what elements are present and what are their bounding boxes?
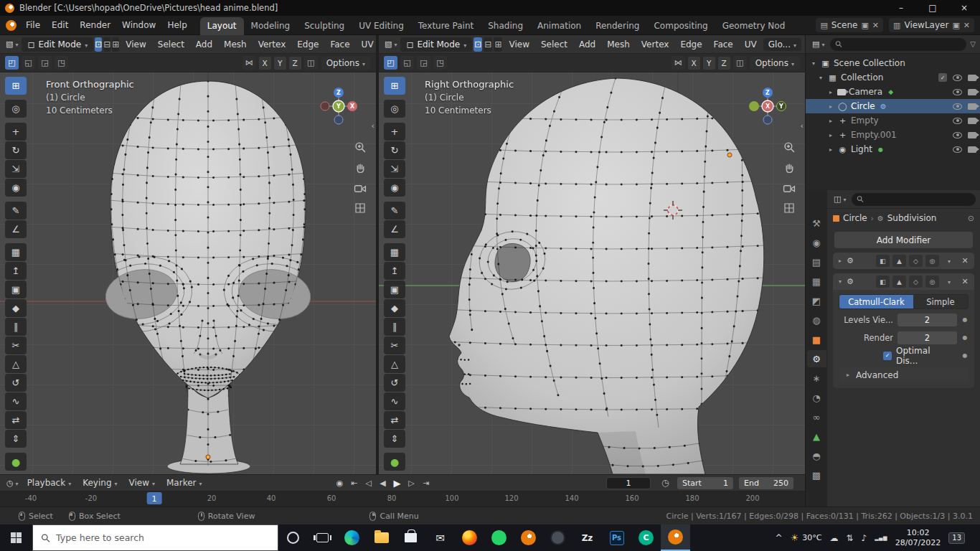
tab-object-icon[interactable]: ■	[807, 331, 826, 348]
display-editmode-toggle-icon[interactable]: ▲	[892, 276, 906, 288]
render-camera-icon[interactable]	[968, 103, 976, 110]
mirror-x-button[interactable]: X	[259, 57, 271, 70]
grid-toggle-icon[interactable]	[783, 202, 795, 214]
menu-view[interactable]: View	[504, 37, 534, 52]
disclosure-icon[interactable]: ▸	[827, 118, 834, 124]
editor-type-button[interactable]: ◫	[831, 193, 848, 205]
tool-add-cube-icon[interactable]: ▦	[5, 243, 27, 261]
disclosure-icon[interactable]: ▸	[827, 146, 834, 153]
next-keyframe-button[interactable]: ▷	[405, 476, 418, 489]
menu-vertex[interactable]: Vertex	[253, 37, 291, 52]
edge-button[interactable]	[337, 524, 367, 551]
menu-window[interactable]: Window	[116, 18, 161, 32]
select-set-icon[interactable]: ◰	[384, 56, 397, 70]
tool-move-icon[interactable]: +	[5, 123, 27, 141]
prev-keyframe-button[interactable]: ◁	[362, 476, 375, 489]
vertex-select-mode-icon[interactable]: ⊡	[473, 37, 482, 52]
properties-search[interactable]	[852, 193, 976, 206]
menu-edge[interactable]: Edge	[292, 37, 324, 52]
menu-view[interactable]: View	[124, 476, 161, 489]
modifier-delete-icon[interactable]: ✕	[959, 277, 971, 286]
taskbar-search[interactable]	[32, 524, 278, 551]
eye-icon[interactable]	[953, 75, 962, 81]
render-camera-icon[interactable]	[968, 132, 976, 138]
tool-bevel-icon[interactable]: ◆	[384, 299, 405, 317]
tool-scale-icon[interactable]: ⇲	[5, 160, 27, 178]
menu-face[interactable]: Face	[325, 37, 354, 52]
taskbar-search-input[interactable]	[56, 532, 270, 543]
tool-scale-icon[interactable]: ⇲	[384, 160, 405, 178]
zoom-icon[interactable]	[354, 141, 367, 154]
tool-transform-icon[interactable]: ◉	[5, 179, 27, 197]
menu-edge[interactable]: Edge	[675, 37, 707, 52]
outliner-row-empty[interactable]: ▸ + Empty	[806, 113, 980, 128]
tab-render-icon[interactable]: ◉	[807, 234, 826, 251]
display-editmode-toggle-icon[interactable]: ▲	[892, 255, 906, 267]
workspace-tab-modeling[interactable]: Modeling	[244, 17, 298, 35]
render-camera-icon[interactable]	[968, 89, 976, 95]
menu-uv[interactable]: UV	[357, 37, 376, 52]
menu-add[interactable]: Add	[191, 37, 217, 52]
firefox-button[interactable]	[455, 524, 484, 551]
tab-output-icon[interactable]: ▤	[807, 253, 826, 270]
menu-add[interactable]: Add	[574, 37, 600, 52]
disclosure-icon[interactable]: ▸	[827, 103, 834, 110]
eye-icon[interactable]	[953, 132, 962, 138]
disclosure-icon[interactable]: ▾	[817, 75, 824, 81]
tool-shrink-fatten-icon[interactable]: ⇕	[384, 430, 405, 448]
outliner-row-collection[interactable]: ▾ ▦ Collection ✓	[806, 70, 980, 85]
face-select-mode-icon[interactable]: ⊞	[112, 37, 119, 52]
editor-type-button[interactable]: ▧	[382, 38, 399, 50]
cortana-button[interactable]	[278, 524, 308, 551]
tool-add-cube-icon[interactable]: ▦	[384, 243, 405, 261]
navigation-gizmo[interactable]: Z Y X	[745, 84, 790, 128]
viewport-front[interactable]: ▧ ◻Edit Mode ⊡ ⊟ ⊞ View Select Add Mesh …	[0, 35, 376, 474]
outliner-row-light[interactable]: ▸ ◉ Light ●	[806, 142, 980, 156]
eye-icon[interactable]	[953, 118, 962, 124]
sidebar-toggle-icon[interactable]: ‹	[372, 121, 374, 131]
pan-hand-icon[interactable]	[783, 162, 796, 174]
tab-constraints-icon[interactable]: ∞	[807, 408, 826, 425]
viewlayer-selector[interactable]: ▥ ViewLayer ▣ ✕	[889, 18, 974, 32]
pin-icon[interactable]: ⊙	[968, 214, 974, 223]
modifier-extras-icon[interactable]	[943, 277, 955, 286]
current-frame-field[interactable]: 1	[606, 477, 651, 489]
disclosure-icon[interactable]: ▾	[837, 278, 844, 285]
eye-icon[interactable]	[953, 103, 962, 110]
mirror-y-button[interactable]: Y	[274, 57, 286, 70]
tool-measure-icon[interactable]: ∠	[5, 220, 27, 238]
simple-button[interactable]: Simple	[913, 295, 968, 309]
play-button[interactable]: ▶	[390, 476, 404, 489]
menu-playback[interactable]: Playback	[22, 476, 77, 489]
advanced-panel-header[interactable]: ▸ Advanced	[839, 367, 969, 382]
tool-move-icon[interactable]: +	[384, 123, 405, 141]
network-icon[interactable]: ▂▄▆	[875, 535, 887, 541]
eye-icon[interactable]	[953, 89, 962, 95]
tool-add-sphere-icon[interactable]: ●	[384, 453, 405, 471]
new-viewlayer-icon[interactable]: ▣	[952, 21, 959, 30]
display-cage-toggle-icon[interactable]: ◧	[876, 276, 890, 288]
navigation-gizmo[interactable]: Z X Y	[316, 84, 361, 128]
edge-select-mode-icon[interactable]: ⊟	[103, 37, 110, 52]
weather-widget[interactable]: ☀ 30°C	[791, 532, 822, 543]
eye-icon[interactable]	[953, 146, 962, 153]
modifier-header[interactable]: ▾ ⚙ ◧ ▲ ◇ ◎ ✕	[833, 273, 974, 290]
frame-start-field[interactable]: Start 1	[677, 477, 733, 489]
scene-selector[interactable]: ▤ Scene ▣ ✕	[816, 18, 883, 32]
start-button[interactable]	[0, 524, 32, 551]
collection-checkbox[interactable]: ✓	[938, 73, 947, 82]
tab-physics-icon[interactable]: ◔	[807, 389, 826, 406]
tool-bevel-icon[interactable]: ◆	[5, 299, 27, 317]
pan-hand-icon[interactable]	[354, 162, 367, 174]
delete-viewlayer-icon[interactable]: ✕	[963, 21, 970, 30]
disclosure-icon[interactable]: ▸	[837, 258, 844, 264]
select-extend-icon[interactable]: ◱	[22, 56, 35, 70]
camtasia-button[interactable]: C	[631, 524, 661, 551]
tool-transform-icon[interactable]: ◉	[384, 179, 405, 197]
outliner-search-input[interactable]	[846, 39, 961, 49]
playhead[interactable]: 1	[147, 492, 162, 504]
mirror-z-button[interactable]: Z	[718, 57, 730, 70]
disclosure-icon[interactable]: ▸	[827, 89, 834, 95]
modifier-header[interactable]: ▸ ⚙ ◧ ▲ ◇ ◎ ✕	[833, 253, 974, 269]
new-scene-icon[interactable]: ▣	[861, 21, 868, 30]
